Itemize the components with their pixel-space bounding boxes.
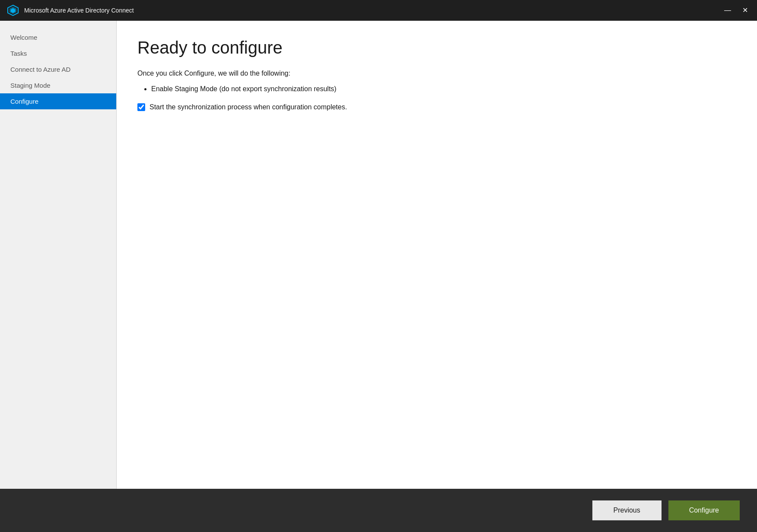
description-text: Once you click Configure, we will do the… [137,70,736,77]
main-content: Ready to configure Once you click Config… [117,21,757,489]
configure-button[interactable]: Configure [668,500,740,520]
window-body: Welcome Tasks Connect to Azure AD Stagin… [0,21,757,532]
title-bar-controls: — ✕ [722,7,750,14]
sidebar-item-connect-azure-ad[interactable]: Connect to Azure AD [0,61,116,77]
sidebar-item-tasks[interactable]: Tasks [0,45,116,61]
sidebar-item-staging-mode[interactable]: Staging Mode [0,77,116,93]
bullet-item-staging-mode: Enable Staging Mode (do not export synch… [151,85,736,93]
page-title: Ready to configure [137,38,736,57]
minimize-button[interactable]: — [722,7,733,14]
close-button[interactable]: ✕ [740,7,750,14]
sidebar-item-welcome[interactable]: Welcome [0,29,116,45]
sidebar: Welcome Tasks Connect to Azure AD Stagin… [0,21,117,489]
sync-checkbox-row: Start the synchronization process when c… [137,103,736,111]
sync-checkbox-label[interactable]: Start the synchronization process when c… [149,103,347,111]
app-logo [7,4,19,16]
sync-checkbox[interactable] [137,103,145,111]
sidebar-item-configure[interactable]: Configure [0,93,116,109]
title-bar-text: Microsoft Azure Active Directory Connect [24,7,722,14]
title-bar: Microsoft Azure Active Directory Connect… [0,0,757,21]
previous-button[interactable]: Previous [592,500,662,520]
content-area: Welcome Tasks Connect to Azure AD Stagin… [0,21,757,489]
footer: Previous Configure [0,489,757,532]
bullet-list: Enable Staging Mode (do not export synch… [137,85,736,93]
